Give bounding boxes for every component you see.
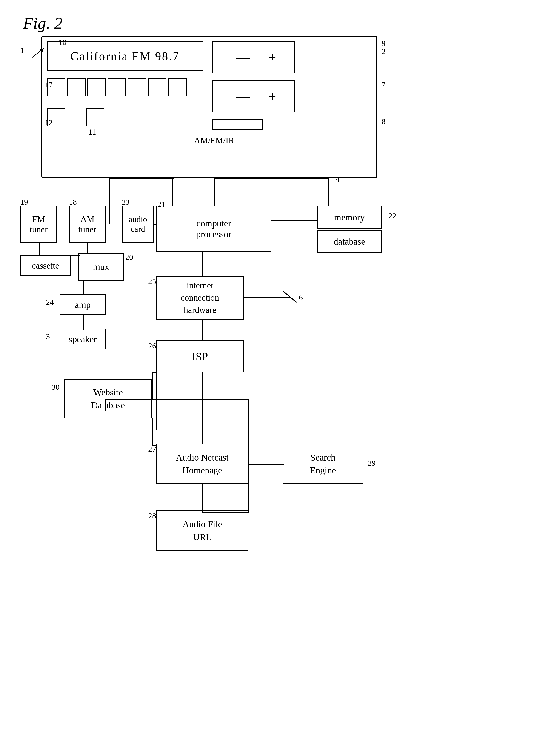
ref-17: 17 [45, 80, 53, 89]
audio-netcast-box: Audio Netcast Homepage [156, 444, 248, 484]
page: Fig. 2 1 California FM 98.7 — [0, 0, 551, 756]
line-se-h [248, 464, 284, 465]
display-box: California FM 98.7 [47, 41, 203, 71]
line-amp-spk [83, 315, 84, 330]
line-mux-left [39, 255, 80, 256]
display-text: California FM 98.7 [71, 49, 180, 63]
ref-25: 25 [148, 277, 156, 286]
line-se-afu-v [248, 491, 249, 511]
ref-2: 2 [382, 47, 386, 56]
audio-card-box: audio card [122, 206, 154, 243]
ref-10: 10 [59, 38, 66, 47]
button-11[interactable] [86, 108, 104, 126]
volume-box-bottom: — + [212, 80, 295, 112]
search-engine-text: Search Engine [310, 451, 336, 477]
ref-30: 30 [52, 383, 60, 392]
line-isp-se-h [202, 399, 249, 400]
audio-card-text: audio card [129, 215, 147, 234]
plus-bottom[interactable]: + [268, 88, 276, 104]
ref-24: 24 [46, 298, 54, 307]
ref-20: 20 [125, 253, 133, 262]
plus-top[interactable]: + [268, 49, 276, 65]
speaker-text: speaker [69, 334, 97, 345]
ref-1: 1 [20, 46, 24, 55]
computer-processor-box: computer processor [156, 206, 271, 252]
line-ref4-v2 [328, 178, 329, 206]
line-mux-cp [124, 266, 158, 267]
minus-top[interactable]: — [236, 49, 250, 65]
amfmir-label: AM/FM/IR [194, 135, 234, 145]
minus-bottom[interactable]: — [236, 88, 250, 104]
preset-btn-2[interactable] [67, 78, 85, 96]
internet-hw-box: internet connection hardware [156, 276, 244, 320]
internet-hw-text: internet connection hardware [181, 279, 219, 316]
isp-text: ISP [192, 350, 208, 363]
ref-7: 7 [382, 80, 386, 89]
line-ref4-h [214, 178, 329, 179]
ref-12: 12 [45, 118, 53, 127]
line-ihw-isp [202, 320, 203, 341]
ref-8: 8 [382, 117, 386, 126]
fm-tuner-text: FM tuner [30, 214, 48, 234]
line-isp-left-v [156, 372, 157, 430]
am-tuner-text: AM tuner [78, 214, 96, 234]
line-ref4-v [214, 178, 215, 206]
speaker-box: speaker [60, 329, 106, 350]
line-mux-amp [83, 281, 84, 296]
line-v2 [172, 178, 173, 206]
memory-text: memory [334, 212, 365, 223]
main-device-box: California FM 98.7 — + — + [41, 36, 377, 178]
line-se-afu-h [202, 511, 249, 512]
ref-29: 29 [368, 459, 376, 467]
amp-box: amp [60, 294, 106, 315]
line-am-mux [87, 243, 101, 244]
ref-19: 19 [20, 198, 28, 207]
line-cp-mem [271, 220, 317, 221]
memory-box: memory [317, 206, 382, 229]
line-fm-down [39, 243, 59, 244]
line-wb-isp-h [152, 399, 203, 400]
ref-22: 22 [389, 212, 396, 220]
search-engine-box: Search Engine [283, 444, 363, 484]
ref-6: 6 [299, 293, 303, 302]
ref-3: 3 [46, 332, 50, 341]
preset-btn-7[interactable] [168, 78, 187, 96]
line-cp-ihw [202, 252, 203, 277]
fm-tuner-box: FM tuner [20, 206, 57, 243]
ref-9: 9 [382, 39, 386, 48]
slider-bar[interactable] [212, 119, 263, 130]
mux-box: mux [78, 253, 124, 281]
cassette-box: cassette [20, 255, 71, 276]
line-wb-v2 [105, 399, 105, 411]
ref-18: 18 [69, 198, 77, 207]
ref-23: 23 [122, 198, 130, 207]
mux-text: mux [93, 262, 109, 272]
computer-processor-text: computer processor [196, 218, 231, 240]
preset-buttons [47, 78, 187, 96]
audio-file-url-box: Audio File URL [156, 510, 248, 551]
ref6-slash [281, 290, 299, 304]
ref-11: 11 [88, 127, 96, 136]
line-isp-se-v [248, 399, 249, 491]
preset-btn-5[interactable] [128, 78, 146, 96]
line-isp-wb-v [152, 372, 153, 399]
ref-26: 26 [148, 341, 156, 350]
ref-21: 21 [157, 200, 165, 209]
line-isp-wb-h [105, 399, 153, 400]
line-ac-h [154, 224, 157, 225]
database-box: database [317, 230, 382, 253]
audio-file-url-text: Audio File URL [182, 518, 222, 543]
figure-label: Fig. 2 [23, 14, 62, 33]
ref-4: 4 [336, 175, 340, 183]
ref-27: 27 [148, 445, 156, 454]
volume-box-top: — + [212, 41, 295, 73]
line-isp-an-v [202, 372, 203, 444]
cassette-text: cassette [32, 261, 59, 271]
amp-text: amp [75, 299, 91, 310]
line-wb-an-h [152, 445, 157, 446]
line-wb-an-v [152, 418, 153, 445]
preset-btn-3[interactable] [87, 78, 106, 96]
line-an-afu-v [202, 484, 203, 511]
preset-btn-6[interactable] [148, 78, 166, 96]
preset-btn-4[interactable] [108, 78, 126, 96]
